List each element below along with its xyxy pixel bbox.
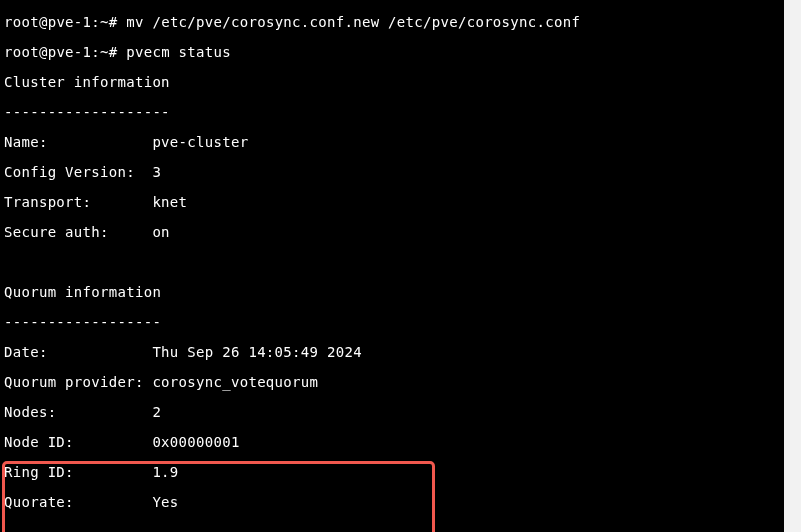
section-sep: -------------------: [4, 105, 780, 120]
blank-line: [4, 525, 780, 532]
kv-value: Yes: [152, 494, 178, 510]
kv-value: 2: [152, 404, 161, 420]
kv-value: corosync_votequorum: [152, 374, 318, 390]
terminal-content[interactable]: root@pve-1:~# mv /etc/pve/corosync.conf.…: [0, 0, 784, 532]
kv-label: Name:: [4, 134, 152, 150]
section-title-cluster: Cluster information: [4, 75, 780, 90]
kv-label: Secure auth:: [4, 224, 152, 240]
section-sep: ------------------: [4, 315, 780, 330]
kv-line: Quorum provider: corosync_votequorum: [4, 375, 780, 390]
kv-label: Quorum provider:: [4, 374, 152, 390]
prompt-host: pve-1: [48, 44, 92, 60]
kv-label: Config Version:: [4, 164, 152, 180]
kv-value: on: [152, 224, 169, 240]
kv-label: Quorate:: [4, 494, 152, 510]
kv-label: Node ID:: [4, 434, 152, 450]
kv-label: Date:: [4, 344, 152, 360]
prompt-cmd: pvecm status: [126, 44, 231, 60]
prompt-line-2: root@pve-1:~# pvecm status: [4, 45, 780, 60]
blank-line: [4, 255, 780, 270]
kv-value: 0x00000001: [152, 434, 239, 450]
section-title-quorum: Quorum information: [4, 285, 780, 300]
prompt-cwd: ~: [100, 14, 109, 30]
prompt-cmd: mv /etc/pve/corosync.conf.new /etc/pve/c…: [126, 14, 580, 30]
kv-line: Quorate: Yes: [4, 495, 780, 510]
scrollbar-thumb[interactable]: [786, 0, 799, 220]
kv-line: Transport: knet: [4, 195, 780, 210]
kv-line: Date: Thu Sep 26 14:05:49 2024: [4, 345, 780, 360]
prompt-sym: #: [109, 44, 118, 60]
terminal-window: root@pve-1:~# mv /etc/pve/corosync.conf.…: [0, 0, 801, 532]
kv-value: Thu Sep 26 14:05:49 2024: [152, 344, 362, 360]
prompt-sym: #: [109, 14, 118, 30]
kv-line: Secure auth: on: [4, 225, 780, 240]
kv-label: Ring ID:: [4, 464, 152, 480]
kv-line: Name: pve-cluster: [4, 135, 780, 150]
prompt-user: root: [4, 14, 39, 30]
kv-value: knet: [152, 194, 187, 210]
kv-label: Transport:: [4, 194, 152, 210]
prompt-line-1: root@pve-1:~# mv /etc/pve/corosync.conf.…: [4, 15, 780, 30]
prompt-user: root: [4, 44, 39, 60]
kv-value: 3: [152, 164, 161, 180]
prompt-cwd: ~: [100, 44, 109, 60]
kv-value: 1.9: [152, 464, 178, 480]
kv-line: Config Version: 3: [4, 165, 780, 180]
prompt-host: pve-1: [48, 14, 92, 30]
kv-value: pve-cluster: [152, 134, 248, 150]
kv-line: Nodes: 2: [4, 405, 780, 420]
kv-label: Nodes:: [4, 404, 152, 420]
kv-line: Node ID: 0x00000001: [4, 435, 780, 450]
kv-line: Ring ID: 1.9: [4, 465, 780, 480]
